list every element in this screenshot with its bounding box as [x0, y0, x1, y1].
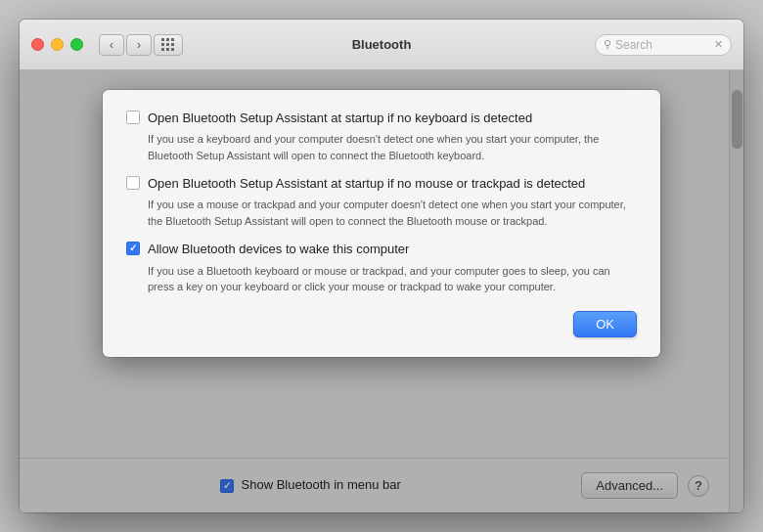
checkbox-wake-desc: If you use a Bluetooth keyboard or mouse…	[148, 263, 637, 295]
dialog-footer: OK	[126, 311, 637, 337]
checkbox-mouse[interactable]	[126, 176, 140, 190]
maximize-button[interactable]	[70, 38, 83, 51]
grid-icon	[161, 38, 175, 52]
titlebar: ‹ › Bluetooth ⚲ ✕	[20, 20, 743, 70]
dialog-item-1: Open Bluetooth Setup Assistant at startu…	[126, 110, 637, 163]
dialog: Open Bluetooth Setup Assistant at startu…	[103, 90, 660, 357]
checkbox-wake-label: Allow Bluetooth devices to wake this com…	[148, 241, 409, 258]
checkbox-keyboard-desc: If you use a keyboard and your computer …	[148, 131, 637, 163]
checkbox-row-2: Open Bluetooth Setup Assistant at startu…	[126, 175, 637, 193]
search-icon: ⚲	[604, 38, 611, 51]
dialog-item-3: Allow Bluetooth devices to wake this com…	[126, 241, 637, 294]
close-button[interactable]	[31, 38, 44, 51]
grid-view-button[interactable]	[154, 34, 183, 56]
window-title: Bluetooth	[352, 37, 412, 52]
dialog-item-2: Open Bluetooth Setup Assistant at startu…	[126, 175, 637, 229]
checkbox-mouse-desc: If you use a mouse or trackpad and your …	[148, 197, 637, 229]
checkbox-row-1: Open Bluetooth Setup Assistant at startu…	[126, 110, 637, 127]
ok-button[interactable]: OK	[573, 311, 637, 337]
checkbox-keyboard[interactable]	[126, 111, 140, 124]
checkbox-mouse-label: Open Bluetooth Setup Assistant at startu…	[148, 175, 585, 193]
forward-button[interactable]: ›	[126, 34, 152, 56]
window-body: Show Bluetooth in menu bar Advanced... ?…	[20, 70, 743, 512]
traffic-lights	[31, 38, 83, 51]
minimize-button[interactable]	[51, 38, 64, 51]
main-window: ‹ › Bluetooth ⚲ ✕ Show Bluetooth i	[20, 20, 743, 512]
checkbox-wake[interactable]	[126, 242, 140, 255]
back-button[interactable]: ‹	[99, 34, 124, 56]
checkbox-keyboard-label: Open Bluetooth Setup Assistant at startu…	[148, 110, 532, 127]
search-input[interactable]	[615, 38, 703, 52]
dialog-backdrop: Open Bluetooth Setup Assistant at startu…	[20, 70, 743, 512]
checkbox-row-3: Allow Bluetooth devices to wake this com…	[126, 241, 637, 258]
search-clear-icon[interactable]: ✕	[714, 38, 723, 51]
search-box[interactable]: ⚲ ✕	[595, 34, 732, 56]
nav-buttons: ‹ ›	[99, 34, 152, 56]
